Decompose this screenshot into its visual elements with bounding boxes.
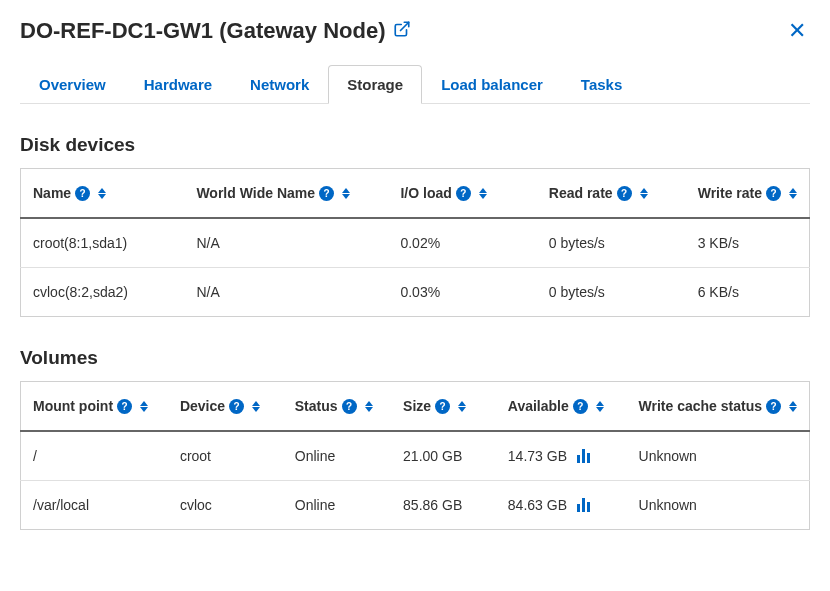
col-writerate: Write rate [698, 185, 762, 201]
sort-icon[interactable] [342, 188, 350, 199]
cell-wwn: N/A [184, 268, 388, 317]
help-icon[interactable]: ? [617, 186, 632, 201]
sort-icon[interactable] [789, 188, 797, 199]
help-icon[interactable]: ? [342, 399, 357, 414]
sort-icon[interactable] [458, 401, 466, 412]
table-row: cvloc(8:2,sda2) N/A 0.03% 0 bytes/s 6 KB… [21, 268, 810, 317]
cell-size: 85.86 GB [391, 481, 496, 530]
sort-icon[interactable] [479, 188, 487, 199]
table-row: /var/local cvloc Online 85.86 GB 84.63 G… [21, 481, 810, 530]
close-icon[interactable]: ✕ [784, 16, 810, 46]
col-ioload: I/O load [400, 185, 451, 201]
col-available: Available [508, 398, 569, 414]
sort-icon[interactable] [789, 401, 797, 412]
cell-available: 14.73 GB [508, 448, 567, 464]
help-icon[interactable]: ? [766, 399, 781, 414]
cell-writecache: Unknown [627, 481, 810, 530]
page-title: DO-REF-DC1-GW1 (Gateway Node) [20, 18, 385, 44]
cell-device: cvloc [168, 481, 283, 530]
help-icon[interactable]: ? [319, 186, 334, 201]
svg-line-0 [401, 22, 409, 30]
tab-storage[interactable]: Storage [328, 65, 422, 104]
col-wwn: World Wide Name [196, 185, 315, 201]
cell-read: 0 bytes/s [537, 218, 686, 268]
cell-name: cvloc(8:2,sda2) [21, 268, 185, 317]
tab-tasks[interactable]: Tasks [562, 65, 641, 104]
help-icon[interactable]: ? [229, 399, 244, 414]
tab-overview[interactable]: Overview [20, 65, 125, 104]
bar-chart-icon[interactable] [577, 498, 590, 512]
tab-network[interactable]: Network [231, 65, 328, 104]
cell-writecache: Unknown [627, 431, 810, 481]
col-device: Device [180, 398, 225, 414]
col-status: Status [295, 398, 338, 414]
cell-device: croot [168, 431, 283, 481]
cell-write: 6 KB/s [686, 268, 810, 317]
sort-icon[interactable] [640, 188, 648, 199]
cell-wwn: N/A [184, 218, 388, 268]
col-mount: Mount point [33, 398, 113, 414]
help-icon[interactable]: ? [766, 186, 781, 201]
sort-icon[interactable] [596, 401, 604, 412]
help-icon[interactable]: ? [117, 399, 132, 414]
col-readrate: Read rate [549, 185, 613, 201]
sort-icon[interactable] [98, 188, 106, 199]
volumes-heading: Volumes [20, 347, 810, 369]
col-name: Name [33, 185, 71, 201]
table-row: / croot Online 21.00 GB 14.73 GB Unknown [21, 431, 810, 481]
cell-mount: / [21, 431, 168, 481]
cell-mount: /var/local [21, 481, 168, 530]
help-icon[interactable]: ? [573, 399, 588, 414]
tab-bar: Overview Hardware Network Storage Load b… [20, 64, 810, 104]
cell-read: 0 bytes/s [537, 268, 686, 317]
tab-loadbalancer[interactable]: Load balancer [422, 65, 562, 104]
cell-name: croot(8:1,sda1) [21, 218, 185, 268]
cell-size: 21.00 GB [391, 431, 496, 481]
help-icon[interactable]: ? [435, 399, 450, 414]
col-writecache: Write cache status [639, 398, 762, 414]
sort-icon[interactable] [252, 401, 260, 412]
volumes-table: Mount point ? Device ? Status ? [20, 381, 810, 530]
help-icon[interactable]: ? [456, 186, 471, 201]
sort-icon[interactable] [365, 401, 373, 412]
cell-write: 3 KB/s [686, 218, 810, 268]
disk-devices-table: Name ? World Wide Name ? I/O load ? [20, 168, 810, 317]
bar-chart-icon[interactable] [577, 449, 590, 463]
tab-hardware[interactable]: Hardware [125, 65, 231, 104]
cell-io: 0.03% [388, 268, 536, 317]
sort-icon[interactable] [140, 401, 148, 412]
cell-status: Online [283, 431, 391, 481]
external-link-icon[interactable] [393, 18, 411, 44]
col-size: Size [403, 398, 431, 414]
cell-io: 0.02% [388, 218, 536, 268]
cell-status: Online [283, 481, 391, 530]
cell-available: 84.63 GB [508, 497, 567, 513]
disk-devices-heading: Disk devices [20, 134, 810, 156]
help-icon[interactable]: ? [75, 186, 90, 201]
table-row: croot(8:1,sda1) N/A 0.02% 0 bytes/s 3 KB… [21, 218, 810, 268]
